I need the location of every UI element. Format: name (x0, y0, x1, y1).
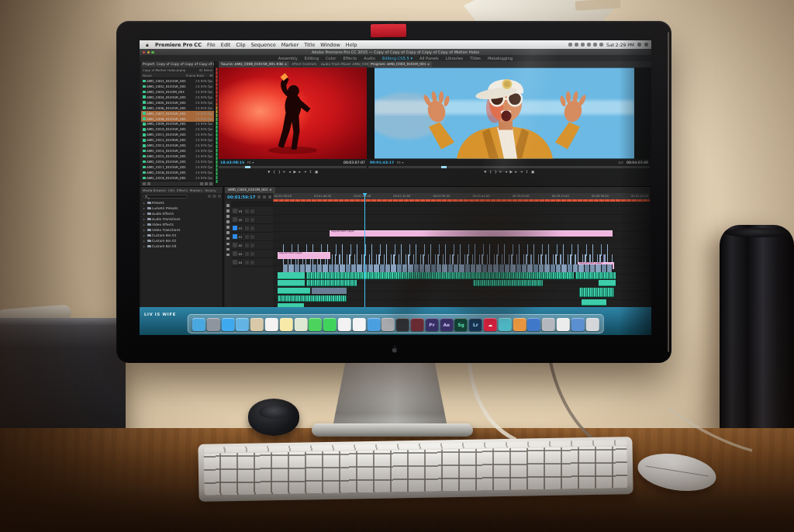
apple-keyboard (198, 437, 633, 502)
desk-knob-object (248, 399, 299, 436)
monitor-stand (332, 360, 448, 431)
screen-content: Premiere Pro CC FileEditClipSequenceMark… (140, 40, 651, 335)
glass-tint (140, 40, 651, 335)
monitor-stand-foot (312, 423, 473, 437)
apple-logo (389, 344, 399, 355)
keyboard-keys (204, 446, 628, 496)
photo-of-desk-with-imac: Premiere Pro CC FileEditClipSequenceMark… (0, 0, 794, 532)
monitor-chin (116, 335, 671, 363)
webcam-tape (371, 24, 406, 38)
